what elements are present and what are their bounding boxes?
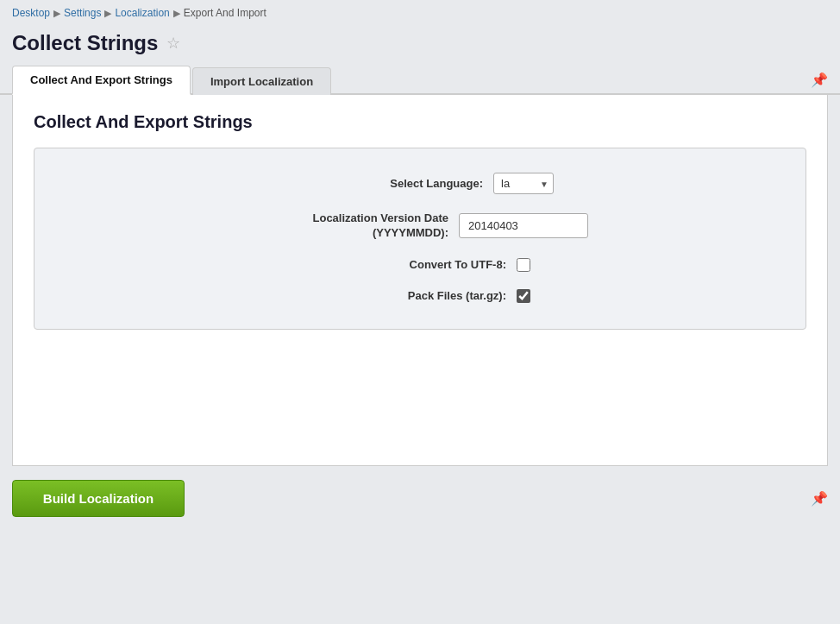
section-title: Collect And Export Strings	[34, 112, 806, 132]
main-content: Collect And Export Strings Select Langua…	[12, 95, 828, 466]
form-row-convert-utf8: Convert To UTF-8:	[60, 258, 780, 272]
form-row-pack-files: Pack Files (tar.gz):	[60, 289, 780, 303]
form-row-version-date: Localization Version Date (YYYYMMDD):	[60, 211, 780, 241]
form-area: Select Language: la en de fr es ▼ Locali…	[34, 148, 806, 330]
convert-utf8-checkbox[interactable]	[517, 258, 530, 272]
breadcrumb-current: Export And Import	[184, 7, 266, 19]
breadcrumb-sep-1: ▶	[53, 8, 60, 19]
convert-utf8-label: Convert To UTF-8:	[310, 258, 517, 271]
version-date-label: Localization Version Date (YYYYMMDD):	[252, 211, 459, 241]
pin-icon-bottom[interactable]: 📌	[811, 490, 828, 507]
breadcrumb-settings[interactable]: Settings	[64, 7, 101, 19]
pin-icon-top[interactable]: 📌	[811, 72, 828, 88]
breadcrumb: Desktop ▶ Settings ▶ Localization ▶ Expo…	[0, 0, 840, 26]
language-select-wrapper: la en de fr es ▼	[493, 173, 554, 194]
breadcrumb-sep-2: ▶	[104, 8, 111, 19]
breadcrumb-desktop[interactable]: Desktop	[12, 7, 50, 19]
page-title: Collect Strings	[12, 31, 158, 55]
favorite-star-icon[interactable]: ☆	[166, 34, 180, 53]
pack-files-checkbox[interactable]	[517, 289, 530, 303]
pack-files-label: Pack Files (tar.gz):	[310, 289, 517, 302]
tab-import-localization[interactable]: Import Localization	[192, 67, 331, 95]
version-date-input[interactable]	[459, 213, 588, 238]
language-select[interactable]: la en de fr es	[493, 173, 554, 194]
breadcrumb-localization[interactable]: Localization	[115, 7, 169, 19]
build-localization-button[interactable]: Build Localization	[12, 480, 185, 517]
breadcrumb-sep-3: ▶	[173, 8, 180, 19]
form-row-language: Select Language: la en de fr es ▼	[60, 173, 780, 194]
tab-collect-export[interactable]: Collect And Export Strings	[12, 66, 191, 95]
tabs-bar: Collect And Export Strings Import Locali…	[0, 64, 840, 95]
button-row: Build Localization 📌	[0, 466, 840, 526]
select-language-label: Select Language:	[286, 177, 493, 190]
